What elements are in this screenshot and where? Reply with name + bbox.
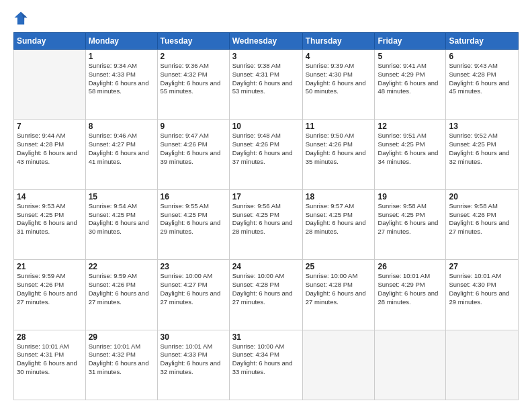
header-cell-thursday: Thursday <box>302 33 375 50</box>
day-info: Sunrise: 9:36 AM Sunset: 4:32 PM Dayligh… <box>161 62 226 96</box>
calendar-body: 1Sunrise: 9:34 AM Sunset: 4:33 PM Daylig… <box>14 50 519 400</box>
header-cell-sunday: Sunday <box>14 33 86 50</box>
day-cell: 20Sunrise: 9:58 AM Sunset: 4:26 PM Dayli… <box>446 189 519 259</box>
calendar-header: SundayMondayTuesdayWednesdayThursdayFrid… <box>14 33 519 50</box>
day-cell: 27Sunrise: 10:01 AM Sunset: 4:30 PM Dayl… <box>446 260 519 330</box>
day-number: 3 <box>232 52 300 61</box>
week-row-3: 21Sunrise: 9:59 AM Sunset: 4:26 PM Dayli… <box>14 260 519 330</box>
day-number: 6 <box>449 52 515 61</box>
day-info: Sunrise: 10:01 AM Sunset: 4:31 PM Daylig… <box>17 342 83 377</box>
calendar-table: SundayMondayTuesdayWednesdayThursdayFrid… <box>13 32 519 400</box>
day-cell: 21Sunrise: 9:59 AM Sunset: 4:26 PM Dayli… <box>14 260 86 330</box>
day-info: Sunrise: 9:41 AM Sunset: 4:29 PM Dayligh… <box>378 62 443 96</box>
day-number: 20 <box>449 192 515 201</box>
header <box>13 11 519 26</box>
day-number: 12 <box>378 122 443 131</box>
day-info: Sunrise: 10:01 AM Sunset: 4:33 PM Daylig… <box>161 342 226 377</box>
week-row-1: 7Sunrise: 9:44 AM Sunset: 4:28 PM Daylig… <box>14 120 519 189</box>
day-number: 21 <box>17 262 83 271</box>
day-cell: 2Sunrise: 9:36 AM Sunset: 4:32 PM Daylig… <box>157 50 229 120</box>
day-info: Sunrise: 9:47 AM Sunset: 4:26 PM Dayligh… <box>161 132 226 166</box>
header-cell-tuesday: Tuesday <box>157 33 229 50</box>
day-number: 13 <box>449 122 515 131</box>
day-cell: 28Sunrise: 10:01 AM Sunset: 4:31 PM Dayl… <box>14 330 86 400</box>
day-number: 15 <box>89 192 154 201</box>
day-cell: 29Sunrise: 10:01 AM Sunset: 4:32 PM Dayl… <box>85 330 157 400</box>
day-cell: 8Sunrise: 9:46 AM Sunset: 4:27 PM Daylig… <box>85 120 157 189</box>
page: SundayMondayTuesdayWednesdayThursdayFrid… <box>0 0 532 411</box>
header-cell-wednesday: Wednesday <box>229 33 302 50</box>
day-info: Sunrise: 10:00 AM Sunset: 4:34 PM Daylig… <box>232 342 300 377</box>
day-number: 7 <box>17 122 83 131</box>
day-number: 22 <box>89 262 154 271</box>
day-cell: 3Sunrise: 9:38 AM Sunset: 4:31 PM Daylig… <box>229 50 302 120</box>
day-number: 27 <box>449 262 515 271</box>
day-number: 11 <box>306 122 372 131</box>
day-number: 18 <box>306 192 372 201</box>
day-info: Sunrise: 9:58 AM Sunset: 4:26 PM Dayligh… <box>449 202 515 236</box>
day-cell: 9Sunrise: 9:47 AM Sunset: 4:26 PM Daylig… <box>157 120 229 189</box>
day-cell <box>14 50 86 120</box>
day-cell: 4Sunrise: 9:39 AM Sunset: 4:30 PM Daylig… <box>302 50 375 120</box>
day-cell: 14Sunrise: 9:53 AM Sunset: 4:25 PM Dayli… <box>14 189 86 259</box>
day-info: Sunrise: 9:38 AM Sunset: 4:31 PM Dayligh… <box>232 62 300 96</box>
day-cell: 10Sunrise: 9:48 AM Sunset: 4:26 PM Dayli… <box>229 120 302 189</box>
day-info: Sunrise: 9:44 AM Sunset: 4:28 PM Dayligh… <box>17 132 83 166</box>
day-info: Sunrise: 10:01 AM Sunset: 4:32 PM Daylig… <box>89 342 154 377</box>
day-info: Sunrise: 10:01 AM Sunset: 4:30 PM Daylig… <box>449 272 515 306</box>
day-info: Sunrise: 9:43 AM Sunset: 4:28 PM Dayligh… <box>449 62 515 96</box>
week-row-4: 28Sunrise: 10:01 AM Sunset: 4:31 PM Dayl… <box>14 330 519 400</box>
header-cell-friday: Friday <box>375 33 446 50</box>
day-cell: 11Sunrise: 9:50 AM Sunset: 4:26 PM Dayli… <box>302 120 375 189</box>
day-cell: 23Sunrise: 10:00 AM Sunset: 4:27 PM Dayl… <box>157 260 229 330</box>
day-info: Sunrise: 9:56 AM Sunset: 4:25 PM Dayligh… <box>232 202 300 236</box>
day-cell: 12Sunrise: 9:51 AM Sunset: 4:25 PM Dayli… <box>375 120 446 189</box>
day-info: Sunrise: 9:53 AM Sunset: 4:25 PM Dayligh… <box>17 202 83 236</box>
day-cell: 31Sunrise: 10:00 AM Sunset: 4:34 PM Dayl… <box>229 330 302 400</box>
logo-icon <box>13 11 28 26</box>
day-cell: 15Sunrise: 9:54 AM Sunset: 4:25 PM Dayli… <box>85 189 157 259</box>
day-cell: 16Sunrise: 9:55 AM Sunset: 4:25 PM Dayli… <box>157 189 229 259</box>
day-number: 31 <box>232 332 300 342</box>
day-number: 30 <box>161 332 226 342</box>
day-cell: 30Sunrise: 10:01 AM Sunset: 4:33 PM Dayl… <box>157 330 229 400</box>
day-info: Sunrise: 9:50 AM Sunset: 4:26 PM Dayligh… <box>306 132 372 166</box>
day-cell: 6Sunrise: 9:43 AM Sunset: 4:28 PM Daylig… <box>446 50 519 120</box>
day-number: 24 <box>232 262 300 271</box>
day-number: 1 <box>89 52 154 61</box>
day-number: 5 <box>378 52 443 61</box>
day-cell: 26Sunrise: 10:01 AM Sunset: 4:29 PM Dayl… <box>375 260 446 330</box>
day-info: Sunrise: 9:59 AM Sunset: 4:26 PM Dayligh… <box>17 272 83 306</box>
day-cell: 17Sunrise: 9:56 AM Sunset: 4:25 PM Dayli… <box>229 189 302 259</box>
day-cell: 5Sunrise: 9:41 AM Sunset: 4:29 PM Daylig… <box>375 50 446 120</box>
day-number: 26 <box>378 262 443 271</box>
day-cell: 22Sunrise: 9:59 AM Sunset: 4:26 PM Dayli… <box>85 260 157 330</box>
day-number: 2 <box>161 52 226 61</box>
day-cell: 7Sunrise: 9:44 AM Sunset: 4:28 PM Daylig… <box>14 120 86 189</box>
day-info: Sunrise: 9:48 AM Sunset: 4:26 PM Dayligh… <box>232 132 300 166</box>
day-cell <box>375 330 446 400</box>
week-row-2: 14Sunrise: 9:53 AM Sunset: 4:25 PM Dayli… <box>14 189 519 259</box>
day-info: Sunrise: 9:51 AM Sunset: 4:25 PM Dayligh… <box>378 132 443 166</box>
day-number: 16 <box>161 192 226 201</box>
day-number: 8 <box>89 122 154 131</box>
day-info: Sunrise: 10:01 AM Sunset: 4:29 PM Daylig… <box>378 272 443 306</box>
day-info: Sunrise: 10:00 AM Sunset: 4:27 PM Daylig… <box>161 272 226 306</box>
day-cell <box>446 330 519 400</box>
day-number: 28 <box>17 332 83 342</box>
day-info: Sunrise: 9:54 AM Sunset: 4:25 PM Dayligh… <box>89 202 154 236</box>
day-number: 29 <box>89 332 154 342</box>
day-info: Sunrise: 9:34 AM Sunset: 4:33 PM Dayligh… <box>89 62 154 96</box>
day-cell: 25Sunrise: 10:00 AM Sunset: 4:28 PM Dayl… <box>302 260 375 330</box>
day-number: 17 <box>232 192 300 201</box>
day-info: Sunrise: 9:58 AM Sunset: 4:25 PM Dayligh… <box>378 202 443 236</box>
svg-marker-0 <box>14 11 27 24</box>
day-info: Sunrise: 10:00 AM Sunset: 4:28 PM Daylig… <box>232 272 300 306</box>
day-cell <box>302 330 375 400</box>
day-number: 4 <box>306 52 372 61</box>
day-number: 14 <box>17 192 83 201</box>
day-info: Sunrise: 9:52 AM Sunset: 4:25 PM Dayligh… <box>449 132 515 166</box>
day-info: Sunrise: 9:39 AM Sunset: 4:30 PM Dayligh… <box>306 62 372 96</box>
day-info: Sunrise: 9:57 AM Sunset: 4:25 PM Dayligh… <box>306 202 372 236</box>
day-number: 23 <box>161 262 226 271</box>
